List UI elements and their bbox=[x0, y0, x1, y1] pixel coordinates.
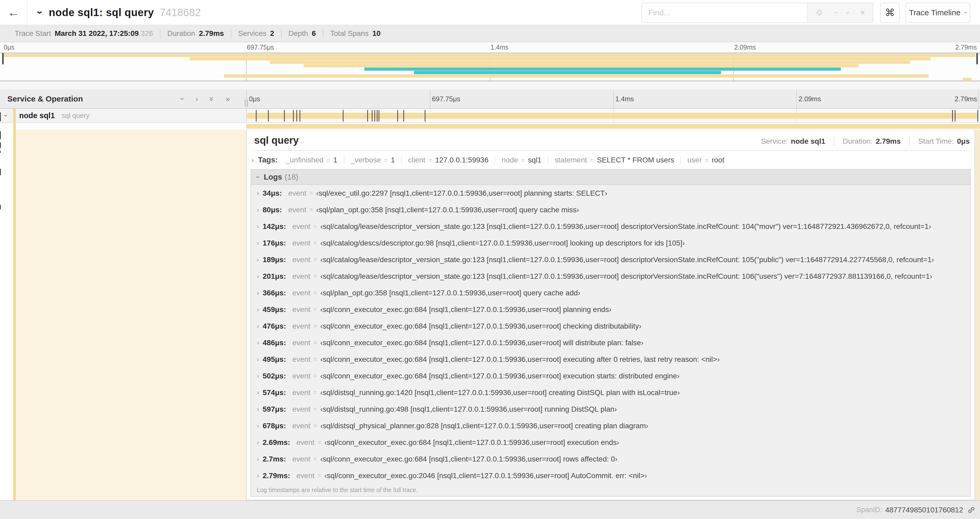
equals-sign: = bbox=[313, 339, 317, 346]
log-row[interactable]: › 201μs: event = ‹sql/catalog/lease/desc… bbox=[251, 268, 970, 284]
timeline-column-header: Service & Operation › › » » 0μs 697.75μs… bbox=[0, 89, 980, 109]
log-row[interactable]: › 2.69ms: event = ‹sql/conn_executor_exe… bbox=[251, 434, 970, 451]
logs-section-toggle[interactable]: › Logs (18) bbox=[251, 169, 970, 185]
tag-pill: _unfinished = 1 bbox=[280, 156, 344, 164]
log-row[interactable]: › 678μs: event = ‹sql/distsql_physical_p… bbox=[251, 417, 970, 434]
span-detail-card: sql query Service: node sql1 Duration: 2… bbox=[246, 130, 975, 500]
span-row-timeline-cell[interactable] bbox=[246, 109, 980, 123]
log-row[interactable]: › 80μs: event = ‹sql/plan_opt.go:358 [ns… bbox=[251, 201, 970, 218]
span-detail-region: sql query Service: node sql1 Duration: 2… bbox=[0, 130, 980, 500]
expand-all-icon[interactable]: » bbox=[226, 94, 230, 103]
log-marker-tick bbox=[299, 110, 300, 121]
summary-label: Depth bbox=[288, 29, 308, 38]
service-name: node sql1 bbox=[19, 111, 55, 120]
find-clear-icon[interactable]: × bbox=[860, 8, 865, 17]
find-next-icon[interactable]: › bbox=[844, 11, 853, 14]
span-row-name-cell[interactable]: › node sql1 sql query bbox=[0, 109, 246, 123]
equals-sign: = bbox=[313, 372, 317, 380]
spanid-label: SpanID: bbox=[856, 506, 882, 514]
expanded-span-duration-bar[interactable] bbox=[246, 124, 980, 129]
left-edge-mark bbox=[0, 205, 1, 209]
chevron-right-icon: › bbox=[257, 323, 259, 330]
log-timestamp: 574μs: bbox=[262, 388, 286, 397]
minimap-span-bar bbox=[963, 78, 972, 81]
log-marker-tick bbox=[256, 110, 256, 121]
log-row[interactable]: › 574μs: event = ‹sql/distsql_running.go… bbox=[251, 384, 970, 401]
collapse-one-icon[interactable]: › bbox=[178, 97, 187, 100]
tags-section-toggle[interactable]: › Tags: _unfinished = 1 _verbose = bbox=[247, 151, 974, 169]
find-input[interactable] bbox=[642, 3, 807, 22]
log-timestamp: 201μs: bbox=[262, 272, 286, 281]
span-children-chevron-icon[interactable]: › bbox=[2, 115, 10, 117]
tag-value: 127.0.0.1:59936 bbox=[435, 156, 488, 164]
log-row[interactable]: › 502μs: event = ‹sql/conn_executor_exec… bbox=[251, 367, 970, 384]
log-row[interactable]: › 459μs: event = ‹sql/conn_executor_exec… bbox=[251, 301, 970, 318]
range-scrubber-right-handle[interactable] bbox=[976, 53, 978, 64]
logs-label: Logs bbox=[264, 173, 282, 181]
log-field-value: ‹sql/distsql_physical_planner.go:828 [ns… bbox=[320, 422, 648, 430]
tags-list: _unfinished = 1 _verbose = 1 client bbox=[278, 156, 731, 164]
keyboard-shortcuts-button[interactable]: ⌘ bbox=[880, 3, 900, 23]
tag-pill: _verbose = 1 bbox=[344, 156, 401, 164]
service-stat-value: node sql1 bbox=[791, 137, 826, 145]
back-button[interactable]: ← bbox=[0, 0, 28, 25]
logs-count: (18) bbox=[285, 173, 299, 181]
deep-link-icon[interactable] bbox=[967, 506, 976, 514]
log-row[interactable]: › 142μs: event = ‹sql/catalog/lease/desc… bbox=[251, 218, 970, 235]
equals-sign: = bbox=[313, 389, 317, 396]
log-timestamp: 502μs: bbox=[262, 372, 286, 380]
column-resizer-grip[interactable] bbox=[245, 100, 248, 107]
logs-list: › 34μs: event = ‹sql/exec_util.go:2297 [… bbox=[251, 185, 970, 484]
top-bar: ← › node sql1: sql query 7418682 › › bbox=[0, 0, 980, 25]
log-field-key: event bbox=[293, 239, 310, 248]
tag-key: node bbox=[501, 156, 518, 164]
log-timestamp: 2.79ms: bbox=[262, 471, 290, 480]
summary-label: Trace Start bbox=[15, 29, 51, 38]
log-row[interactable]: › 486μs: event = ‹sql/conn_executor_exec… bbox=[251, 334, 970, 351]
log-marker-tick bbox=[397, 110, 398, 121]
equals-sign: = bbox=[313, 406, 317, 413]
view-select-label: Trace Timeline bbox=[909, 8, 961, 17]
log-timestamp: 459μs: bbox=[262, 305, 286, 314]
trace-minimap[interactable] bbox=[0, 53, 980, 81]
chevron-right-icon: › bbox=[257, 273, 259, 280]
title-collapse-chevron-icon[interactable]: › bbox=[34, 11, 46, 14]
equals-sign: = bbox=[313, 455, 317, 463]
focus-target-icon[interactable] bbox=[815, 9, 823, 17]
expand-one-icon[interactable]: › bbox=[196, 94, 198, 103]
log-marker-tick bbox=[952, 110, 953, 121]
equals-sign: = bbox=[384, 157, 388, 164]
log-field-key: event bbox=[288, 189, 306, 198]
summary-value: 10 bbox=[372, 29, 380, 38]
log-row[interactable]: › 597μs: event = ‹sql/distsql_running.go… bbox=[251, 401, 970, 417]
log-field-key: event bbox=[293, 305, 310, 314]
log-row[interactable]: › 189μs: event = ‹sql/catalog/lease/desc… bbox=[251, 251, 970, 268]
service-color-accent bbox=[13, 109, 16, 122]
left-edge-mark bbox=[0, 142, 1, 148]
gridline bbox=[613, 89, 614, 108]
log-timestamp: 486μs: bbox=[262, 339, 286, 347]
axis-tick-label: 1.4ms bbox=[490, 43, 508, 51]
log-row[interactable]: › 34μs: event = ‹sql/exec_util.go:2297 [… bbox=[251, 185, 970, 201]
find-prev-icon[interactable]: › bbox=[830, 11, 840, 14]
log-row[interactable]: › 495μs: event = ‹sql/conn_executor_exec… bbox=[251, 351, 970, 367]
timeline-axis-header: 0μs 697.75μs 1.4ms 2.09ms 2.79ms bbox=[246, 89, 980, 108]
collapse-all-icon[interactable]: » bbox=[207, 96, 216, 101]
log-timestamp: 34μs: bbox=[262, 189, 282, 198]
log-field-value: ‹sql/catalog/lease/descriptor_version_st… bbox=[320, 222, 931, 231]
chevron-down-icon: › bbox=[963, 11, 969, 13]
span-row[interactable]: › node sql1 sql query bbox=[0, 109, 980, 123]
summary-value: 2 bbox=[270, 29, 274, 38]
axis-tick-label: 2.79ms bbox=[955, 43, 977, 51]
summary-label: Duration bbox=[167, 29, 195, 38]
chevron-right-icon: › bbox=[257, 223, 259, 230]
log-row[interactable]: › 2.79ms: event = ‹sql/conn_executor_exe… bbox=[251, 467, 970, 484]
axis-tick-label: 2.09ms bbox=[734, 43, 756, 51]
view-select[interactable]: Trace Timeline › bbox=[905, 3, 970, 23]
log-row[interactable]: › 366μs: event = ‹sql/plan_opt.go:358 [n… bbox=[251, 284, 970, 301]
log-row[interactable]: › 2.7ms: event = ‹sql/conn_executor_exec… bbox=[251, 451, 970, 467]
log-field-key: event bbox=[293, 355, 310, 364]
log-row[interactable]: › 476μs: event = ‹sql/conn_executor_exec… bbox=[251, 318, 970, 334]
range-scrubber-left-handle[interactable] bbox=[2, 53, 4, 64]
log-row[interactable]: › 176μs: event = ‹sql/catalog/descs/desc… bbox=[251, 235, 970, 251]
